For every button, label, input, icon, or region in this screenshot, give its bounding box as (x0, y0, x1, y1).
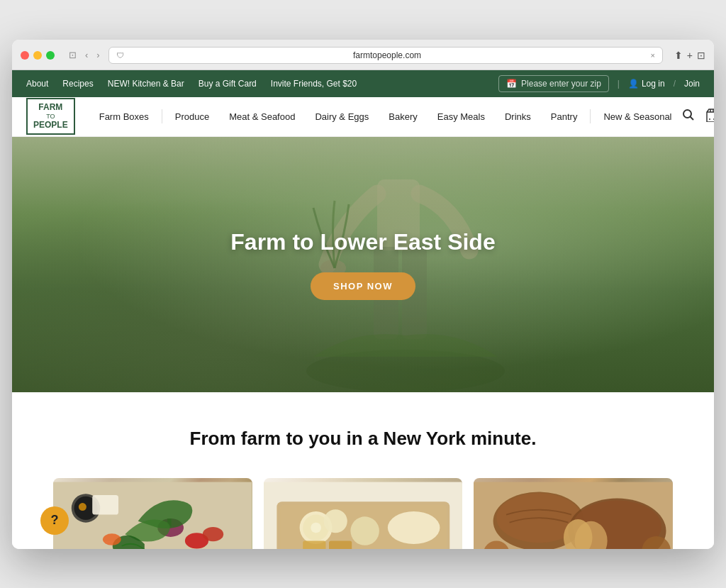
svg-point-18 (103, 533, 121, 545)
browser-controls: ⊡ ‹ › (66, 48, 103, 62)
nav-divider-2 (590, 109, 591, 123)
produce-card[interactable] (53, 478, 252, 549)
about-link[interactable]: About (26, 79, 48, 89)
gift-card-link[interactable]: Buy a Gift Card (199, 79, 257, 89)
bakery-illustration (474, 478, 673, 549)
tagline-heading: From farm to you in a New York minute. (26, 428, 700, 450)
below-hero-section: From farm to you in a New York minute. (12, 392, 714, 549)
hero-section: Farm to Lower East Side SHOP NOW (12, 137, 714, 392)
main-navigation: Farm to People Farm Boxes Produce Meat &… (12, 97, 714, 137)
hero-content: Farm to Lower East Side SHOP NOW (230, 229, 495, 300)
svg-point-16 (203, 527, 223, 541)
logo-text: Farm to People (33, 102, 68, 131)
browser-actions: ⬆ + ⊡ (674, 50, 705, 61)
svg-point-24 (311, 522, 321, 533)
svg-rect-28 (303, 540, 325, 549)
forward-button[interactable]: › (94, 48, 102, 62)
easy-meals-link[interactable]: Easy Meals (428, 111, 495, 122)
product-cards-row (26, 478, 700, 549)
svg-point-12 (79, 503, 86, 511)
browser-chrome: ⊡ ‹ › 🛡 farmtopeople.com × ⬆ + ⊡ (12, 40, 714, 70)
zip-input-area[interactable]: 📅 Please enter your zip (498, 75, 609, 92)
cart-button[interactable] (705, 108, 714, 126)
login-link[interactable]: 👤 Log in (628, 79, 665, 89)
svg-line-1 (690, 116, 693, 120)
meat-seafood-link[interactable]: Meat & Seafood (219, 111, 305, 122)
main-nav-right (682, 108, 714, 126)
farm-boxes-link[interactable]: Farm Boxes (89, 111, 159, 122)
nav-divider-2: / (674, 79, 676, 89)
back-button[interactable]: ‹ (82, 48, 91, 62)
calendar-icon: 📅 (506, 79, 517, 89)
dairy-illustration (264, 478, 463, 549)
svg-point-0 (683, 110, 691, 118)
produce-link[interactable]: Produce (165, 111, 219, 122)
browser-window: ⊡ ‹ › 🛡 farmtopeople.com × ⬆ + ⊡ About R… (12, 40, 714, 549)
new-tab-button[interactable]: + (687, 50, 693, 61)
shop-now-button[interactable]: SHOP NOW (311, 272, 415, 300)
zip-placeholder-text: Please enter your zip (521, 79, 601, 89)
share-button[interactable]: ⬆ (674, 50, 683, 61)
login-label: Log in (642, 79, 665, 89)
drinks-link[interactable]: Drinks (495, 111, 541, 122)
main-nav-links: Farm Boxes Produce Meat & Seafood Dairy … (89, 109, 682, 123)
user-icon: 👤 (628, 79, 639, 89)
nav-divider (162, 109, 162, 123)
site-content: About Recipes NEW! Kitchen & Bar Buy a G… (12, 70, 714, 549)
svg-point-26 (350, 516, 379, 545)
close-button[interactable] (21, 51, 29, 60)
recipes-link[interactable]: Recipes (62, 79, 93, 89)
top-nav-right: 📅 Please enter your zip | 👤 Log in / Joi… (498, 75, 700, 92)
svg-point-3 (713, 118, 714, 120)
close-tab-icon[interactable]: × (650, 51, 654, 60)
invite-friends-link[interactable]: Invite Friends, Get $20 (271, 79, 357, 89)
site-logo[interactable]: Farm to People (26, 98, 75, 135)
traffic-lights (21, 51, 55, 60)
dairy-card[interactable] (264, 478, 463, 549)
shield-icon: 🛡 (116, 51, 124, 60)
kitchen-bar-link[interactable]: NEW! Kitchen & Bar (108, 79, 184, 89)
url-text: farmtopeople.com (128, 50, 647, 60)
maximize-button[interactable] (46, 51, 55, 60)
produce-illustration (53, 478, 252, 549)
window-icon-button[interactable]: ⊡ (66, 48, 79, 62)
dairy-eggs-link[interactable]: Dairy & Eggs (305, 111, 379, 122)
minimize-button[interactable] (33, 51, 42, 60)
search-button[interactable] (682, 109, 695, 125)
top-navigation: About Recipes NEW! Kitchen & Bar Buy a G… (12, 70, 714, 97)
bakery-card[interactable] (474, 478, 673, 549)
windows-button[interactable]: ⊡ (697, 50, 705, 61)
hero-title: Farm to Lower East Side (230, 229, 495, 255)
svg-point-27 (388, 511, 440, 543)
chat-bubble-button[interactable]: ? (40, 506, 69, 535)
new-seasonal-link[interactable]: New & Seasonal (593, 111, 681, 122)
join-link[interactable]: Join (684, 79, 700, 89)
pantry-link[interactable]: Pantry (541, 111, 588, 122)
svg-rect-29 (329, 540, 352, 549)
svg-point-25 (323, 509, 347, 533)
top-nav-links: About Recipes NEW! Kitchen & Bar Buy a G… (26, 79, 498, 89)
svg-rect-17 (92, 494, 118, 514)
bakery-link[interactable]: Bakery (379, 111, 427, 122)
address-bar[interactable]: 🛡 farmtopeople.com × (108, 47, 663, 64)
svg-point-2 (709, 118, 710, 120)
question-mark-icon: ? (51, 513, 59, 528)
nav-divider: | (618, 79, 620, 89)
